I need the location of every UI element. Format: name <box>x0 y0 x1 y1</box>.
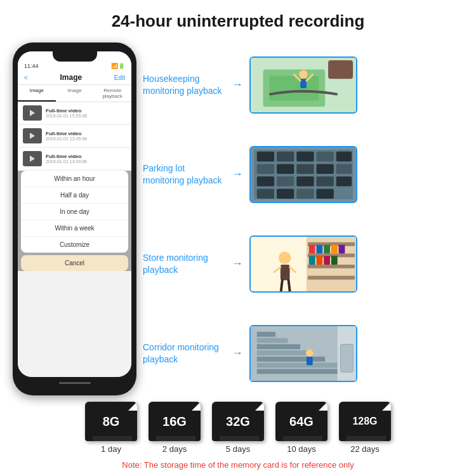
svg-rect-62 <box>307 356 313 365</box>
svg-rect-12 <box>296 151 314 161</box>
storage-card-8g: 8G 1 day <box>85 402 137 454</box>
phone-tabs: Image Image Remote playback <box>18 85 131 102</box>
svg-rect-19 <box>336 164 352 174</box>
svg-rect-28 <box>317 188 334 199</box>
svg-rect-5 <box>300 79 307 88</box>
svg-rect-37 <box>324 244 330 253</box>
svg-rect-22 <box>296 176 314 186</box>
svg-rect-21 <box>277 176 294 186</box>
right-panel: Housekeepingmonitoring playback → <box>143 43 463 395</box>
svg-rect-56 <box>257 344 300 349</box>
svg-rect-13 <box>317 151 334 161</box>
dropdown-item-4[interactable]: Within a week <box>21 220 128 237</box>
sd-notch-128g <box>382 402 391 411</box>
svg-rect-3 <box>328 60 353 78</box>
svg-rect-2 <box>269 76 319 100</box>
svg-rect-10 <box>257 151 274 161</box>
monitor-row-1: Housekeepingmonitoring playback → <box>143 56 463 114</box>
monitor-row-3: Store monitoringplayback → <box>143 235 463 293</box>
sd-notch-32g <box>255 402 264 411</box>
dropdown-item-3[interactable]: In one day <box>21 204 128 220</box>
sd-label-8g: 8G <box>103 414 120 429</box>
svg-line-48 <box>281 280 282 291</box>
video-date-3: 2019-01-01 13:40:08 <box>46 159 126 164</box>
video-date-2: 2019-01-01 13:45:08 <box>46 136 126 141</box>
svg-rect-18 <box>317 164 334 174</box>
video-info-3: Full-time video 2019-01-01 13:40:08 <box>46 154 126 164</box>
phone-header: < Image Edit <box>18 70 131 85</box>
dropdown-menu: Within an hour Half a day In one day Wit… <box>21 171 128 253</box>
storage-days-16g: 2 days <box>162 444 187 454</box>
video-item-2[interactable]: Full-time video 2019-01-01 13:45:08 <box>18 125 131 147</box>
svg-point-4 <box>299 70 308 79</box>
main-title: 24-hour uninterrupted recording <box>112 11 365 31</box>
svg-rect-42 <box>324 256 330 265</box>
svg-rect-20 <box>257 176 274 186</box>
phone-back[interactable]: < <box>24 74 28 81</box>
svg-rect-41 <box>317 256 323 265</box>
sd-notch-8g <box>128 402 137 411</box>
svg-rect-25 <box>257 188 274 199</box>
video-list: Full-time video 2019-01-01 15:55:08 Full… <box>18 102 131 377</box>
phone-icons: 📶🔋 <box>111 63 125 69</box>
svg-rect-33 <box>308 264 355 268</box>
housekeeping-svg <box>251 56 356 114</box>
scene-housekeeping <box>251 58 356 112</box>
play-icon-3 <box>30 155 35 162</box>
play-icon-1 <box>30 110 35 116</box>
dropdown-cancel[interactable]: Cancel <box>21 255 128 271</box>
monitor-img-4 <box>249 325 357 382</box>
storage-cards: 8G 1 day 16G 2 days 32G 5 days <box>85 402 391 454</box>
svg-rect-58 <box>257 331 275 336</box>
video-date-1: 2019-01-01 15:55:08 <box>46 114 126 118</box>
content-area: 11:44 📶🔋 < Image Edit Image Image Remote… <box>13 43 463 395</box>
svg-rect-53 <box>257 362 338 367</box>
svg-rect-23 <box>317 176 334 186</box>
tab-remote-playback[interactable]: Remote playback <box>93 85 131 102</box>
arrow-2: → <box>232 168 243 181</box>
sd-notch-16g <box>192 402 201 411</box>
arrow-3: → <box>232 257 243 270</box>
svg-point-44 <box>279 251 291 264</box>
svg-rect-52 <box>257 369 350 374</box>
parking-svg <box>251 146 356 203</box>
svg-rect-15 <box>257 164 274 174</box>
sd-label-64g: 64G <box>289 414 314 429</box>
svg-rect-60 <box>341 344 354 372</box>
arrow-1: → <box>232 78 243 91</box>
video-item-3[interactable]: Full-time video 2019-01-01 13:40:08 <box>18 148 131 169</box>
sd-label-32g: 32G <box>226 414 250 429</box>
monitor-img-2 <box>249 146 357 203</box>
svg-rect-55 <box>257 350 313 355</box>
play-icon-2 <box>30 133 35 139</box>
storage-card-32g: 32G 5 days <box>212 402 264 454</box>
dropdown-item-1[interactable]: Within an hour <box>21 171 128 187</box>
video-info-1: Full-time video 2019-01-01 15:55:08 <box>46 108 126 118</box>
svg-rect-40 <box>309 256 315 265</box>
svg-rect-24 <box>336 176 352 186</box>
tab-image2[interactable]: Image <box>56 85 94 102</box>
phone-mockup: 11:44 📶🔋 < Image Edit Image Image Remote… <box>13 43 136 395</box>
video-item-1[interactable]: Full-time video 2019-01-01 15:55:08 <box>18 102 131 124</box>
monitor-label-1: Housekeepingmonitoring playback <box>143 73 225 96</box>
svg-rect-45 <box>281 264 290 279</box>
svg-rect-35 <box>309 244 315 253</box>
dropdown-item-5[interactable]: Customize <box>21 237 128 253</box>
video-title-2: Full-time video <box>46 131 126 136</box>
tab-image[interactable]: Image <box>18 85 56 102</box>
monitor-img-1 <box>249 56 357 114</box>
storage-days-64g: 10 days <box>287 444 316 454</box>
sd-card-32g: 32G <box>212 402 264 441</box>
phone-edit[interactable]: Edit <box>114 74 125 81</box>
phone-notch <box>53 51 97 62</box>
dropdown-item-2[interactable]: Half a day <box>21 187 128 204</box>
phone-title: Image <box>60 73 82 82</box>
sd-card-64g: 64G <box>275 402 327 441</box>
video-thumb-2 <box>23 128 42 143</box>
monitor-label-4: Corridor monitoringplayback <box>143 341 225 364</box>
sd-notch-64g <box>319 402 327 411</box>
monitor-img-3 <box>249 235 357 293</box>
monitor-row-2: Parking lotmonitoring playback → <box>143 146 463 203</box>
store-svg <box>251 235 356 293</box>
video-title-1: Full-time video <box>46 108 126 114</box>
